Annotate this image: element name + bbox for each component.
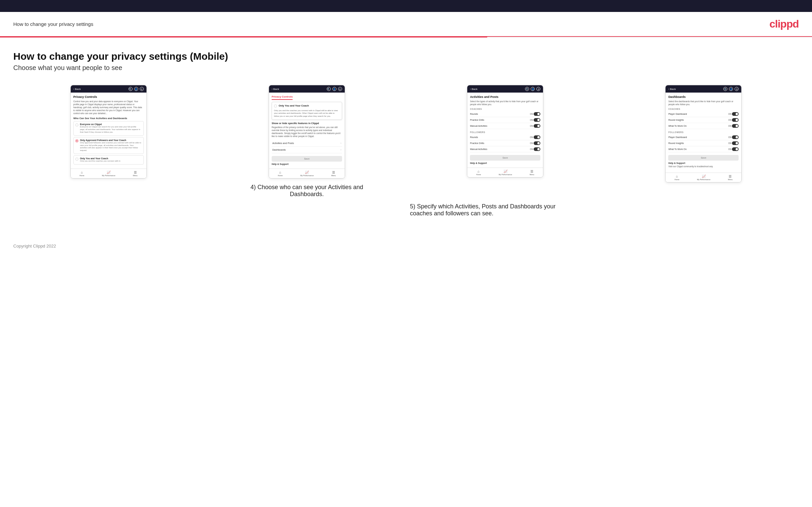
screen3-icons: 🔍 👤 ⚙ — [525, 87, 540, 91]
menu-icon4: ☰ — [729, 174, 731, 178]
screen4-whattowork-followers-toggle[interactable] — [732, 147, 739, 151]
search-icon3[interactable]: 🔍 — [525, 87, 529, 91]
screen4-playerdash-followers-toggle[interactable] — [732, 135, 739, 139]
settings-icon4[interactable]: ⚙ — [734, 87, 739, 91]
screen2-body: Privacy Controls Only You and Your Coach… — [269, 93, 345, 169]
option-you-coach[interactable]: Only You and Your Coach Only you and the… — [73, 155, 144, 165]
option-followers-coach[interactable]: Only Approved Followers and Your Coach O… — [73, 137, 144, 154]
screen2-save-btn[interactable]: Save — [272, 156, 342, 162]
screen3-manual-coaches-label: Manual Activities — [470, 125, 487, 127]
screen3-nav-performance[interactable]: 📈 My Performance — [499, 170, 512, 175]
nav-home-label: Home — [80, 174, 84, 176]
screen2-nav-performance[interactable]: 📈 My Performance — [300, 171, 313, 176]
home-icon: ⌂ — [81, 171, 83, 174]
show-hide-title: Show or hide specific features in Clippd — [272, 122, 342, 125]
nav-performance[interactable]: 📈 My Performance — [102, 171, 115, 176]
screen3-manual-followers-label: Manual Activities — [470, 148, 487, 150]
radio-everyone — [75, 123, 79, 126]
screen3-rounds-followers-toggle[interactable] — [534, 135, 540, 139]
screen2-nav-menu-label: Menu — [332, 174, 336, 176]
screen4-nav-home-label: Home — [674, 178, 679, 180]
nav-menu[interactable]: ☰ Menu — [133, 171, 138, 176]
screen3-drills-coaches-toggle[interactable] — [534, 118, 540, 122]
screen3-rounds-followers: Rounds ON — [470, 134, 540, 140]
screen2-privacy-tab: Privacy Controls — [272, 95, 293, 100]
nav-menu-label: Menu — [133, 174, 138, 176]
chevron-right-icon: › — [341, 142, 341, 145]
screen4-whattowork-coaches-label: What To Work On — [668, 125, 687, 127]
clippd-logo: clippd — [769, 18, 799, 30]
screen1-mockup: ‹ Back 🔍 👤 ⚙ Privacy Controls Control ho… — [70, 85, 147, 178]
screen3-rounds-coaches-toggle[interactable] — [534, 112, 540, 116]
screen1-back-btn[interactable]: ‹ Back — [73, 88, 81, 91]
search-icon2[interactable]: 🔍 — [327, 87, 331, 91]
screen3-topbar: ‹ Back 🔍 👤 ⚙ — [467, 85, 543, 93]
settings-icon3[interactable]: ⚙ — [536, 87, 540, 91]
screen4-col: ‹ Back 🔍 👤 ⚙ Dashboards Select the dashb… — [608, 85, 799, 182]
main-content: How to change your privacy settings (Mob… — [0, 38, 812, 237]
screenshots-row: ‹ Back 🔍 👤 ⚙ Privacy Controls Control ho… — [13, 85, 799, 198]
screen4-coaches-label: COACHES — [668, 108, 739, 110]
settings-icon[interactable]: ⚙ — [140, 87, 144, 91]
screen3-col: ‹ Back 🔍 👤 ⚙ Activities and Posts Select… — [410, 85, 601, 177]
screen3-rounds-coaches: Rounds ON — [470, 111, 540, 117]
captions-row: 5) Specify which Activities, Posts and D… — [13, 198, 799, 217]
screen4-nav-performance[interactable]: 📈 My Performance — [697, 174, 710, 180]
screen2-nav-performance-label: My Performance — [300, 174, 313, 176]
menu-icon: ☰ — [134, 171, 137, 174]
person-icon3[interactable]: 👤 — [531, 87, 535, 91]
search-icon[interactable]: 🔍 — [129, 87, 133, 91]
screen4-nav-home[interactable]: ⌂ Home — [674, 174, 679, 180]
screen3-back-btn[interactable]: ‹ Back — [470, 88, 477, 91]
screen1-body: Privacy Controls Control how you and you… — [71, 93, 146, 169]
screen2-topbar: ‹ Back 🔍 👤 ⚙ — [269, 85, 345, 93]
screen4-playerdash-coaches-toggle[interactable] — [732, 112, 739, 116]
screen2-nav-menu[interactable]: ☰ Menu — [332, 171, 336, 176]
screen2-tooltip: Only You and Your Coach Only you and the… — [272, 102, 342, 120]
page-subtitle: Choose what you want people to see — [13, 64, 799, 72]
chart-icon3: 📈 — [503, 170, 507, 173]
screen2-nav-home-label: Home — [277, 174, 283, 176]
settings-icon2[interactable]: ⚙ — [338, 87, 342, 91]
screen3-rounds-coaches-label: Rounds — [470, 113, 478, 115]
screen4-roundinsights-coaches: Round Insights ON — [668, 117, 739, 123]
search-icon4[interactable]: 🔍 — [723, 87, 727, 91]
screen4-roundinsights-coaches-toggle[interactable] — [732, 118, 739, 122]
option-followers-coach-label: Only Approved Followers and Your Coach — [80, 139, 142, 142]
person-icon2[interactable]: 👤 — [333, 87, 337, 91]
screen4-whattowork-coaches-toggle[interactable] — [732, 124, 739, 128]
screen2-navbar: ⌂ Home 📈 My Performance ☰ Menu — [269, 169, 345, 178]
screen4-save-btn[interactable]: Save — [668, 155, 739, 161]
screen4-playerdash-followers: Player Dashboard ON — [668, 134, 739, 140]
screen1-navbar: ⌂ Home 📈 My Performance ☰ Menu — [71, 169, 146, 178]
screen3-nav-menu-label: Menu — [530, 174, 535, 175]
screen3-save-btn[interactable]: Save — [470, 155, 540, 161]
dashboards-row[interactable]: Dashboards › — [272, 147, 342, 153]
screen4-nav-menu[interactable]: ☰ Menu — [728, 174, 732, 180]
menu-icon3: ☰ — [530, 170, 534, 173]
screen3-manual-followers-toggle[interactable] — [534, 147, 540, 151]
home-icon3: ⌂ — [477, 170, 479, 173]
screen2-back-btn[interactable]: ‹ Back — [272, 88, 279, 91]
nav-home[interactable]: ⌂ Home — [80, 171, 84, 176]
screen3-manual-coaches-toggle[interactable] — [534, 124, 540, 128]
screen4-back-btn[interactable]: ‹ Back — [668, 88, 676, 91]
screen3-drills-followers-toggle[interactable] — [534, 142, 540, 145]
screen1-section-title: Privacy Controls — [73, 95, 144, 99]
screen3-nav-home[interactable]: ⌂ Home — [476, 170, 481, 175]
screen3-body: Activities and Posts Select the types of… — [467, 93, 543, 168]
person-icon[interactable]: 👤 — [134, 87, 138, 91]
screen2-nav-home[interactable]: ⌂ Home — [277, 171, 283, 176]
activities-posts-row[interactable]: Activities and Posts › — [272, 140, 342, 147]
screen3-nav-menu[interactable]: ☰ Menu — [530, 170, 535, 175]
person-icon4[interactable]: 👤 — [729, 87, 733, 91]
screen4-roundinsights-coaches-label: Round Insights — [668, 119, 684, 121]
menu-icon2: ☰ — [332, 171, 335, 174]
footer-copyright: Copyright Clippd 2022 — [13, 243, 56, 248]
screen4-nav-performance-label: My Performance — [697, 178, 710, 180]
screen4-roundinsights-followers-toggle[interactable] — [732, 142, 739, 145]
option-everyone[interactable]: Everyone on Clippd Everyone on Clippd ca… — [73, 121, 144, 135]
screen4-section-title: Dashboards — [668, 95, 739, 99]
dashboards-label: Dashboards — [272, 148, 286, 151]
caption-left-spacer — [13, 198, 402, 217]
